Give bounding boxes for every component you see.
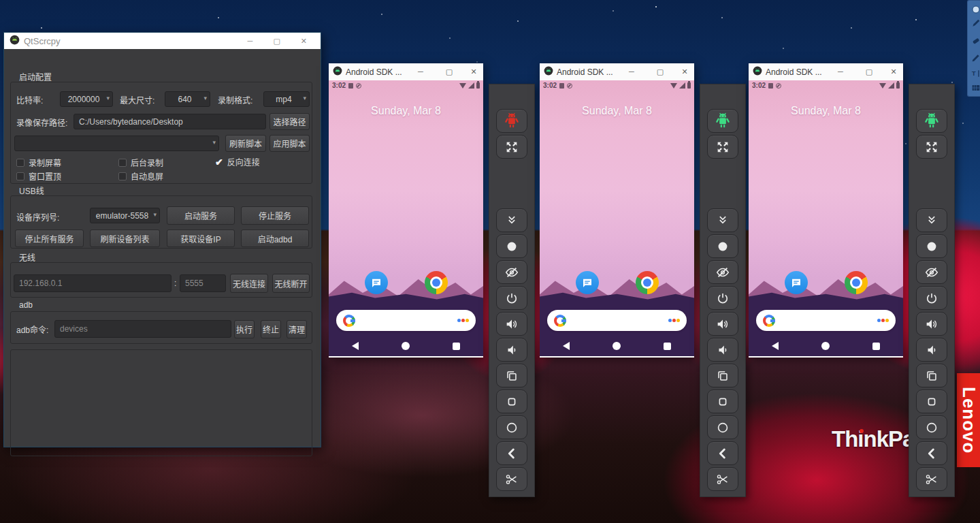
- checkbox-box[interactable]: [16, 172, 24, 180]
- nav-back-button[interactable]: [772, 342, 779, 350]
- terminate-button[interactable]: 终止: [261, 320, 281, 338]
- checkbox-auto-screen-off[interactable]: 自动息屏: [118, 170, 163, 182]
- adb-output-area[interactable]: [10, 349, 312, 456]
- toolbar-button-scrcpy-logo[interactable]: [916, 109, 947, 133]
- checkbox-record-screen[interactable]: 录制屏幕: [16, 157, 61, 168]
- qtscrcpy-titlebar[interactable]: QtScrcpy ─ ▢ ✕: [4, 33, 321, 49]
- checkbox-box[interactable]: [118, 159, 127, 167]
- toolbar-button-app-switch[interactable]: [916, 364, 947, 387]
- toolbar-button-menu[interactable]: [707, 390, 738, 413]
- wireless-connect-button[interactable]: 无线连接: [230, 274, 268, 293]
- toolbar-button-app-switch[interactable]: [496, 364, 527, 387]
- toolbar-button-volume-up[interactable]: [916, 312, 947, 336]
- nav-home-button[interactable]: [821, 342, 830, 350]
- toolbar-button-volume-down[interactable]: [496, 338, 527, 362]
- maximize-button[interactable]: ▢: [442, 63, 456, 80]
- emulator-titlebar[interactable]: Android SDK ...─▢✕: [540, 63, 694, 80]
- minimize-button[interactable]: ─: [414, 63, 427, 80]
- google-search-bar[interactable]: [336, 310, 476, 331]
- toolbar-button-turn-screen-off[interactable]: [916, 260, 947, 284]
- toolbar-button-home[interactable]: [496, 415, 527, 439]
- chrome-app-icon[interactable]: [425, 271, 448, 294]
- pen-icon[interactable]: [970, 17, 980, 29]
- record-format-combo[interactable]: mp4 ▾: [263, 91, 310, 107]
- max-size-combo[interactable]: 640 ▾: [165, 91, 210, 107]
- toolbar-button-fullscreen[interactable]: [707, 135, 738, 159]
- toolbar-button-volume-down[interactable]: [707, 338, 738, 362]
- nav-home-button[interactable]: [612, 342, 621, 350]
- toolbar-button-expand-notifications[interactable]: [707, 208, 738, 232]
- maximize-button[interactable]: ▢: [273, 33, 280, 49]
- toolbar-button-expand-notifications[interactable]: [496, 208, 527, 232]
- apply-script-button[interactable]: 应用脚本: [270, 135, 310, 152]
- toolbar-button-turn-screen-off[interactable]: [496, 260, 527, 284]
- toolbar-button-show-touches[interactable]: [707, 234, 738, 258]
- google-search-bar[interactable]: [547, 310, 687, 331]
- toolbar-button-app-switch[interactable]: [707, 364, 738, 387]
- nav-back-button[interactable]: [563, 342, 570, 350]
- toolbar-button-power[interactable]: [707, 286, 738, 310]
- phone-screen[interactable]: 3:02Sunday, Mar 8: [329, 80, 483, 356]
- start-adbd-button[interactable]: 启动adbd: [241, 229, 309, 247]
- toolbar-button-home[interactable]: [916, 415, 947, 439]
- close-button[interactable]: ✕: [887, 63, 900, 80]
- minimize-button[interactable]: ─: [248, 33, 253, 49]
- marker-icon[interactable]: [970, 52, 980, 64]
- grid-icon[interactable]: [970, 82, 980, 94]
- checkbox-box[interactable]: [16, 159, 24, 167]
- script-combo[interactable]: ▾: [14, 136, 219, 151]
- toolbar-button-turn-screen-off[interactable]: [707, 260, 738, 284]
- refresh-script-button[interactable]: 刷新脚本: [225, 135, 266, 152]
- toolbar-button-volume-up[interactable]: [496, 312, 527, 336]
- toolbar-button-volume-down[interactable]: [916, 338, 947, 362]
- get-device-ip-button[interactable]: 获取设备IP: [167, 229, 235, 247]
- checkbox-reverse-connect[interactable]: ✔ 反向连接: [215, 156, 260, 168]
- toolbar-button-show-touches[interactable]: [916, 234, 947, 258]
- checkbox-background-record[interactable]: 后台录制: [118, 157, 163, 168]
- phone-screen[interactable]: 3:02Sunday, Mar 8: [540, 80, 694, 356]
- clear-button[interactable]: 清理: [287, 320, 307, 338]
- bitrate-combo[interactable]: 2000000 ▾: [60, 91, 113, 107]
- toolbar-button-screenshot[interactable]: [496, 467, 527, 491]
- chrome-app-icon[interactable]: [845, 271, 868, 294]
- toolbar-button-power[interactable]: [496, 286, 527, 310]
- toolbar-button-menu[interactable]: [496, 390, 527, 413]
- start-service-button[interactable]: 启动服务: [167, 206, 235, 225]
- toolbar-button-power[interactable]: [916, 286, 947, 310]
- refresh-device-list-button[interactable]: 刷新设备列表: [90, 229, 160, 247]
- nav-recents-button[interactable]: [872, 343, 880, 350]
- emulator-titlebar[interactable]: Android SDK ...─▢✕: [749, 63, 903, 80]
- phone-screen[interactable]: 3:02Sunday, Mar 8: [749, 80, 903, 356]
- record-path-input[interactable]: C:/Users/bytedance/Desktop: [74, 114, 266, 129]
- adb-command-input[interactable]: devices: [54, 320, 231, 338]
- nav-recents-button[interactable]: [453, 343, 460, 350]
- toolbar-button-fullscreen[interactable]: [496, 135, 527, 159]
- stop-service-button[interactable]: 停止服务: [241, 206, 309, 225]
- device-serial-combo[interactable]: emulator-5558 ▾: [90, 208, 160, 223]
- execute-button[interactable]: 执行: [234, 320, 255, 338]
- checkbox-window-on-top[interactable]: 窗口置顶: [16, 170, 61, 182]
- color-dot-icon[interactable]: [970, 3, 980, 16]
- toolbar-button-screenshot[interactable]: [707, 467, 738, 491]
- toolbar-button-volume-up[interactable]: [707, 312, 738, 336]
- messages-app-icon[interactable]: [785, 271, 808, 294]
- close-button[interactable]: ✕: [678, 63, 691, 80]
- nav-home-button[interactable]: [402, 342, 410, 350]
- checkbox-box[interactable]: [118, 172, 127, 180]
- minimize-button[interactable]: ─: [625, 63, 638, 80]
- toolbar-button-scrcpy-logo[interactable]: [707, 109, 738, 133]
- close-button[interactable]: ✕: [301, 33, 307, 49]
- toolbar-button-home[interactable]: [707, 415, 738, 439]
- nav-recents-button[interactable]: [664, 343, 671, 350]
- toolbar-button-menu[interactable]: [916, 390, 947, 413]
- wireless-disconnect-button[interactable]: 无线断开: [272, 274, 310, 293]
- stop-all-services-button[interactable]: 停止所有服务: [15, 229, 84, 247]
- chrome-app-icon[interactable]: [636, 271, 659, 294]
- maximize-button[interactable]: ▢: [653, 63, 667, 80]
- messages-app-icon[interactable]: [576, 271, 599, 294]
- toolbar-button-back[interactable]: [496, 441, 527, 465]
- maximize-button[interactable]: ▢: [862, 63, 876, 80]
- wireless-port-input[interactable]: 5555: [180, 274, 226, 292]
- eraser-icon[interactable]: [970, 35, 980, 47]
- minimize-button[interactable]: ─: [834, 63, 847, 80]
